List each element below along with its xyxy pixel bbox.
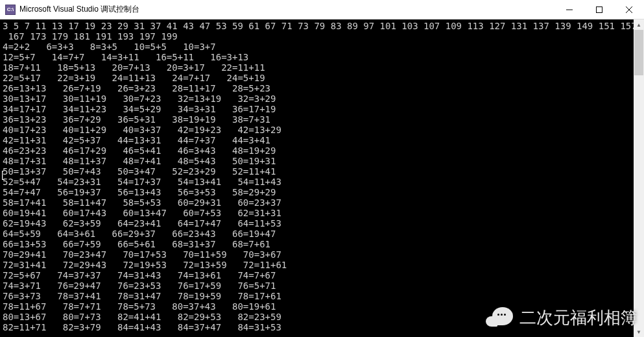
- console-line: 78=11+67 78=7+71 78=5+73 80=37+43 80=19+…: [3, 301, 641, 312]
- console-line: 30=13+17 30=11+19 30=7+23 32=13+19 32=3+…: [3, 94, 641, 104]
- console-output[interactable]: 3 5 7 11 13 17 19 23 29 31 37 41 43 47 5…: [0, 19, 644, 337]
- console-line: 66=13+53 66=7+59 66=5+61 68=31+37 68=7+6…: [3, 239, 641, 249]
- console-line: 58=17+41 58=11+47 58=5+53 60=29+31 60=23…: [3, 197, 641, 208]
- console-line: 36=13+23 36=7+29 36=5+31 38=19+19 38=7+3…: [3, 114, 641, 125]
- console-line: 34=17+17 34=11+23 34=5+29 34=3+31 36=17+…: [3, 104, 641, 114]
- console-line: 18=7+11 18=5+13 20=7+13 20=3+17 22=11+11: [3, 62, 641, 73]
- titlebar[interactable]: C:\ Microsoft Visual Studio 调试控制台: [0, 0, 644, 19]
- console-window: C:\ Microsoft Visual Studio 调试控制台 3 5 7 …: [0, 0, 644, 337]
- console-line: 64=5+59 64=3+61 66=29+37 66=23+43 66=19+…: [3, 229, 641, 239]
- console-line: 12=5+7 14=7+7 14=3+11 16=5+11 16=3+13: [3, 52, 641, 62]
- svg-rect-1: [597, 7, 602, 13]
- console-line: 72=5+67 74=37+37 74=31+43 74=13+61 74=7+…: [3, 270, 641, 281]
- window-title: Microsoft Visual Studio 调试控制台: [19, 4, 555, 15]
- console-line: 80=13+67 80=7+73 82=41+41 82=29+53 82=23…: [3, 312, 641, 322]
- minimize-button[interactable]: [555, 0, 584, 19]
- scrollbar-track[interactable]: [634, 30, 644, 327]
- console-line: 26=13+13 26=7+19 26=3+23 28=11+17 28=5+2…: [3, 83, 641, 94]
- console-line: 167 173 179 181 191 193 197 199: [3, 31, 641, 42]
- console-line: 60=19+41 60=17+43 60=13+47 60=7+53 62=31…: [3, 208, 641, 218]
- console-line: 48=17+31 48=11+37 48=7+41 48=5+43 50=19+…: [3, 156, 641, 166]
- console-line: 82=11+71 82=3+79 84=41+43 84=37+47 84=31…: [3, 322, 641, 332]
- console-line: 72=31+41 72=29+43 72=19+53 72=13+59 72=1…: [3, 260, 641, 270]
- console-line: 54=7+47 56=19+37 56=13+43 56=3+53 58=29+…: [3, 187, 641, 197]
- console-line: 50=13+37 50=7+43 50=3+47 52=23+29 52=11+…: [3, 166, 641, 177]
- scrollbar-thumb[interactable]: [634, 30, 643, 75]
- console-line: 22=5+17 22=3+19 24=11+13 24=7+17 24=5+19: [3, 73, 641, 83]
- scroll-down-arrow[interactable]: ▼: [634, 327, 644, 337]
- console-line: 52=5+47 54=23+31 54=17+37 54=13+41 54=11…: [3, 177, 641, 187]
- app-icon: C:\: [5, 5, 16, 15]
- console-line: 46=23+23 46=17+29 46=5+41 46=3+43 48=19+…: [3, 145, 641, 156]
- window-controls: [555, 0, 644, 19]
- console-line: 40=17+23 40=11+29 40=3+37 42=19+23 42=13…: [3, 125, 641, 135]
- vertical-scrollbar[interactable]: ▲ ▼: [634, 19, 644, 337]
- maximize-button[interactable]: [584, 0, 614, 19]
- console-line: 76=3+73 78=37+41 78=31+47 78=19+59 78=17…: [3, 291, 641, 301]
- console-line: 4=2+2 6=3+3 8=3+5 10=5+5 10=3+7: [3, 42, 641, 52]
- console-line: 42=11+31 42=5+37 44=13+31 44=7+37 44=3+4…: [3, 135, 641, 145]
- scroll-up-arrow[interactable]: ▲: [634, 19, 644, 30]
- console-line: 62=19+43 62=3+59 64=23+41 64=17+47 64=11…: [3, 218, 641, 229]
- console-line: 74=3+71 76=29+47 76=23+53 76=17+59 76=5+…: [3, 281, 641, 291]
- close-button[interactable]: [614, 0, 644, 19]
- console-line: 70=29+41 70=23+47 70=17+53 70=11+59 70=3…: [3, 249, 641, 260]
- console-line: 3 5 7 11 13 17 19 23 29 31 37 41 43 47 5…: [3, 21, 641, 31]
